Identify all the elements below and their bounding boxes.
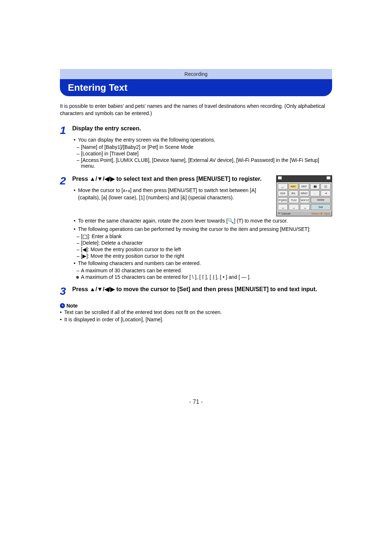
note-bullet: Text can be scrolled if all of the enter… (60, 309, 332, 316)
step-number: 3 (60, 286, 72, 297)
sub-bullet: [Delete]: Delete a character (77, 240, 332, 246)
star-note: A maximum of 15 characters can be entere… (72, 274, 332, 280)
key: ▮▮ (310, 183, 320, 190)
step-heading: Press ▲/▼/◀/▶ to move the cursor to [Set… (72, 286, 332, 293)
text: [ (81, 233, 82, 239)
step-number: 2 (60, 175, 72, 280)
key: MNO (299, 190, 309, 196)
note-list: Text can be scrolled if all of the enter… (60, 309, 332, 323)
page-title: Entering Text (60, 79, 332, 96)
key: ␣ (278, 183, 288, 190)
note-icon: ✎ (60, 303, 65, 308)
sub-bullet: [◀]: Move the entry position cursor to t… (77, 247, 332, 252)
sub-bullet: [Location] in [Travel Date] (77, 151, 332, 156)
text: Move the cursor to [ (78, 187, 123, 193)
bullet: To enter the same character again, rotat… (74, 217, 332, 224)
key: GHI (278, 190, 288, 196)
note-bullet: It is displayed in order of [Location], … (60, 316, 332, 323)
step-2: 2 Press ▲/▼/◀/▶ to select text and then … (60, 175, 332, 280)
text: ]: Enter a blank (87, 233, 122, 239)
key: … (310, 190, 320, 196)
onscreen-keyboard-figure: ␣ ABC DEF ▮▮ ▯▯ GHI JKL MNO … ⇥ (276, 175, 332, 216)
key-selected: ABC (289, 183, 299, 190)
kbd-select-label: Select ⯐ Input (311, 212, 330, 215)
sub-bullet: [Access Point], [LUMIX CLUB], [Device Na… (77, 157, 332, 169)
step-3: 3 Press ▲/▼/◀/▶ to move the cursor to [S… (60, 286, 332, 297)
step-number: 1 (60, 125, 72, 170)
step-heading: Display the entry screen. (72, 125, 332, 133)
key: ⇥ (320, 190, 331, 196)
text: To enter the same character again, rotat… (78, 218, 228, 224)
step-1: 1 Display the entry screen. You can disp… (60, 125, 332, 170)
key: DEF (299, 183, 309, 190)
manual-page: Recording Entering Text It is possible t… (0, 0, 392, 554)
key: PQRS (278, 197, 288, 203)
key-delete: Delete (311, 197, 331, 203)
sub-bullet: A maximum of 30 characters can be entere… (77, 268, 332, 273)
key-set: Set (311, 204, 331, 210)
bullet: You can display the entry screen via the… (74, 136, 332, 143)
text: ] (T) to move the cursor. (234, 218, 288, 224)
category-bar: Recording (60, 69, 332, 79)
key: ␣ (278, 204, 288, 210)
step-heading: Press ▲/▼/◀/▶ to select text and then pr… (72, 175, 271, 183)
sub-bullet: [Name] of [Baby1]/[Baby2] or [Pet] in Sc… (77, 144, 332, 150)
bullet: The following operations can be performe… (74, 225, 332, 233)
key: JKL (289, 190, 299, 196)
key: ␣ (289, 204, 299, 210)
switch-case-icon: A↑a (123, 188, 130, 193)
blank-icon (83, 235, 87, 239)
kbd-cancel-label: ↶ Cancel (278, 212, 290, 215)
page-number: - 71 - (0, 399, 392, 405)
intro-paragraph: It is possible to enter babies' and pets… (60, 103, 332, 117)
bullet: Move the cursor to [A↑a] and then press … (74, 187, 271, 201)
sub-bullet: []: Enter a blank (77, 233, 332, 239)
key: ␣ (300, 204, 310, 210)
zoom-icon: 🔍 (228, 218, 234, 224)
key: WXYZ (300, 197, 310, 203)
sub-bullet: [▶]: Move the entry position cursor to t… (77, 253, 332, 259)
key: TUV (289, 197, 299, 203)
key: ▯▯ (320, 183, 331, 190)
note-heading: ✎ Note (60, 303, 332, 309)
bullet: The following characters and numbers can… (74, 260, 332, 267)
note-label: Note (66, 303, 78, 309)
